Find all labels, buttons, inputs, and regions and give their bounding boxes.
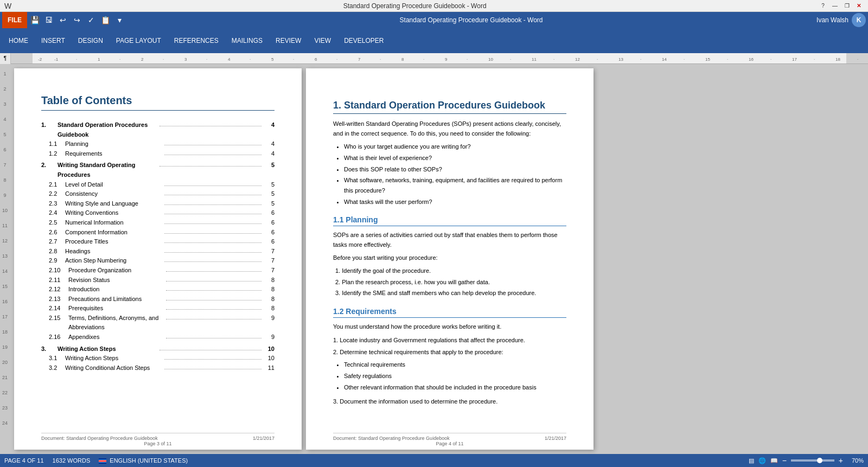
page-3-center-footer: Page 3 of 11 (14, 441, 302, 446)
margin-15: 15 (2, 279, 8, 294)
customize-icon[interactable]: ▾ (113, 14, 126, 27)
toc-item-1-1: 1.1 Planning 4 (41, 139, 275, 149)
document-area[interactable]: Table of Contents 1. Standard Operation … (10, 64, 868, 454)
bullet-2: What is their level of experience? (344, 153, 566, 163)
spell-icon[interactable]: ✓ (85, 14, 98, 27)
svg-text:-2: -2 (38, 57, 42, 62)
svg-text:11: 11 (532, 57, 537, 62)
svg-text:2: 2 (141, 57, 144, 62)
ruler-bar: -2 -1 · 1 · 2 · 3 · 4 · 5 · 6 · 7 · 8 · … (11, 53, 868, 63)
svg-text:5: 5 (271, 57, 274, 62)
minimize-button[interactable]: — (830, 2, 840, 10)
undo-icon[interactable]: ↩ (56, 14, 69, 27)
margin-24: 24 (2, 415, 8, 431)
page-4-footer: Document: Standard Operating Procedure G… (333, 433, 566, 441)
svg-text:·: · (857, 57, 858, 62)
margin-9: 9 (3, 188, 6, 203)
svg-text:12: 12 (575, 57, 580, 62)
section-1-1-para2: Before you start writing your procedure: (333, 253, 566, 263)
status-bar: PAGE 4 OF 11 1632 WORDS ENGLISH (UNITED … (0, 454, 868, 467)
tab-home[interactable]: HOME (2, 28, 35, 53)
zoom-thumb[interactable] (817, 458, 822, 463)
svg-text:·: · (814, 57, 815, 62)
user-area: Ivan Walsh K (816, 13, 866, 27)
toc-item-2-7: 2.7 Procedure Titles 6 (41, 237, 275, 247)
save-icon2[interactable]: 🖫 (42, 14, 55, 27)
main-area: 1 2 3 4 5 6 7 8 9 10 11 12 13 14 15 16 1… (0, 64, 868, 454)
margin-22: 22 (2, 385, 8, 400)
toc-item-2-9: 2.9 Action Step Numbering 7 (41, 256, 275, 266)
tab-mailings[interactable]: MAILINGS (225, 28, 269, 53)
web-view-icon[interactable]: 🌐 (758, 457, 766, 464)
tab-developer[interactable]: DEVELOPER (337, 28, 390, 53)
toc-item-2-13: 2.13 Precautions and Limitations 8 (41, 295, 275, 304)
zoom-level[interactable]: 70% (847, 457, 864, 464)
svg-text:3: 3 (184, 57, 187, 62)
svg-text:7: 7 (358, 57, 361, 62)
toc-item-3-2: 3.2 Writing Conditional Action Steps 11 (41, 363, 275, 373)
svg-text:9: 9 (445, 57, 448, 62)
section-1-2-para1: You must understand how the procedure wo… (333, 322, 566, 332)
margin-23: 23 (2, 400, 8, 415)
zoom-slider[interactable] (791, 459, 834, 462)
read-view-icon[interactable]: 📖 (770, 457, 778, 464)
tab-page-layout[interactable]: PAGE LAYOUT (110, 28, 168, 53)
margin-16: 16 (2, 294, 8, 309)
zoom-out-btn[interactable]: − (782, 456, 787, 465)
tab-review[interactable]: REVIEW (269, 28, 308, 53)
user-avatar[interactable]: K (852, 13, 866, 27)
svg-text:·: · (597, 57, 598, 62)
margin-1: 1 (3, 66, 6, 81)
close-button[interactable]: ✕ (854, 2, 864, 10)
print-view-icon[interactable]: ▤ (749, 457, 754, 464)
bullet-1: Who is your target audience you are writ… (344, 142, 566, 152)
bullet-2-1: Technical requirements (344, 360, 566, 370)
toc-item-2-15: 2.15 Terms, Definitions, Acronyms, and A… (41, 314, 275, 332)
left-margin: 1 2 3 4 5 6 7 8 9 10 11 12 13 14 15 16 1… (0, 64, 10, 454)
restore-button[interactable]: ❐ (842, 2, 852, 10)
svg-text:·: · (293, 57, 294, 62)
margin-14: 14 (2, 264, 8, 279)
svg-rect-1 (11, 53, 33, 63)
svg-text:13: 13 (618, 57, 623, 62)
margin-12: 12 (2, 233, 8, 248)
margin-7: 7 (3, 157, 6, 172)
step-1-2-1: 1. Locate industry and Government regula… (333, 335, 566, 346)
svg-text:14: 14 (662, 57, 667, 62)
page-4[interactable]: 1. Standard Operation Procedures Guidebo… (306, 68, 593, 450)
language: ENGLISH (UNITED STATES) (99, 457, 188, 464)
section-1-2-title: 1.2 Requirements (333, 307, 566, 318)
step-1-1-3: 3. Identify the SME and staff members wh… (335, 288, 566, 298)
toc-item-2: 2. Writing Standard Operating Procedures… (41, 161, 275, 180)
tab-references[interactable]: REFERENCES (168, 28, 225, 53)
bullets-list-2: Technical requirements Safety regulation… (344, 360, 566, 392)
status-left: PAGE 4 OF 11 1632 WORDS ENGLISH (UNITED … (4, 457, 188, 464)
svg-text:·: · (163, 57, 164, 62)
svg-text:·: · (467, 57, 468, 62)
zoom-in-btn[interactable]: + (839, 456, 843, 465)
help-button[interactable]: ? (818, 2, 828, 10)
section-1-1-steps: 1. Identify the goal of the procedure. 2… (335, 266, 566, 298)
status-right: ▤ 🌐 📖 − + 70% (749, 456, 864, 465)
window-controls[interactable]: ? — ❐ ✕ (818, 2, 864, 10)
ruler: ¶ -2 -1 · 1 · 2 · 3 · 4 · 5 · 6 · 7 · 8 (0, 53, 868, 64)
toc-item-2-8: 2.8 Headings 7 (41, 247, 275, 257)
paragraph-mark-btn[interactable]: ¶ (0, 53, 11, 64)
file-tab[interactable]: FILE (2, 12, 27, 28)
margin-17: 17 (2, 309, 8, 324)
toc-title: Table of Contents (41, 94, 275, 111)
margin-2: 2 (3, 81, 6, 97)
clipboard-icon[interactable]: 📋 (99, 14, 112, 27)
section-1-1-para1: SOPs are a series of activities carried … (333, 231, 566, 250)
save-icon[interactable]: 💾 (28, 14, 41, 27)
tab-view[interactable]: VIEW (308, 28, 337, 53)
tab-design[interactable]: DESIGN (72, 28, 110, 53)
tab-insert[interactable]: INSERT (35, 28, 72, 53)
svg-text:15: 15 (705, 57, 710, 62)
svg-text:·: · (770, 57, 771, 62)
window-title: Standard Operating Procedure Guidebook -… (343, 2, 487, 10)
page-3[interactable]: Table of Contents 1. Standard Operation … (14, 68, 302, 450)
redo-icon[interactable]: ↪ (71, 14, 84, 27)
svg-text:8: 8 (401, 57, 404, 62)
svg-text:·: · (336, 57, 337, 62)
